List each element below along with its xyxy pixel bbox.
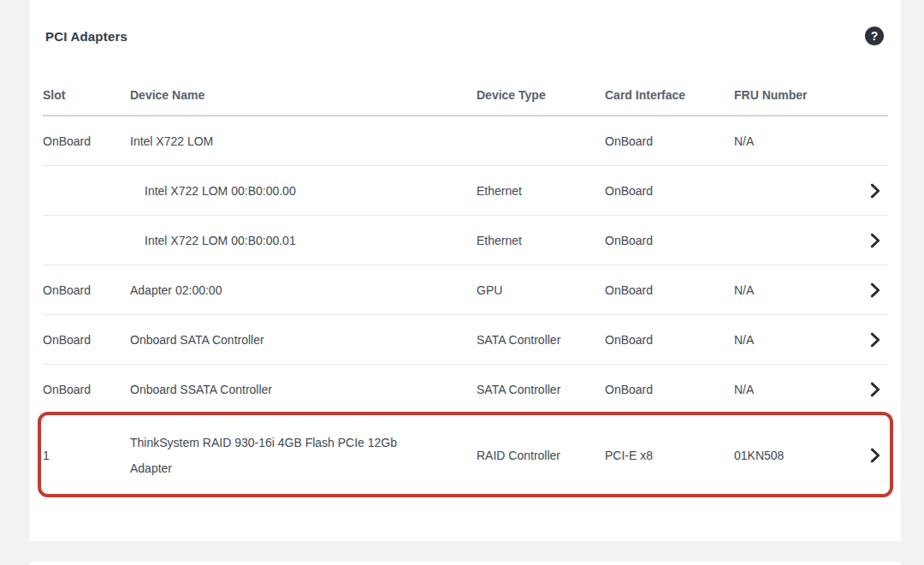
chevron-right-icon[interactable] (866, 181, 885, 200)
cell-slot: OnBoard (43, 283, 130, 297)
cell-slot: OnBoard (43, 383, 130, 396)
column-header-fru-number: FRU Number (734, 88, 847, 102)
cell-device-type: RAID Controller (477, 449, 605, 462)
cell-card-interface: OnBoard (605, 283, 734, 297)
cell-device-name: ThinkSystem RAID 930-16i 4GB Flash PCIe … (130, 430, 477, 481)
next-card-top-edge (30, 562, 901, 565)
cell-slot: OnBoard (43, 333, 130, 347)
cell-card-interface: OnBoard (605, 134, 734, 148)
cell-card-interface: OnBoard (605, 333, 734, 347)
column-header-slot: Slot (43, 88, 130, 102)
cell-card-interface: OnBoard (605, 383, 734, 396)
cell-slot: 1 (43, 449, 130, 462)
cell-fru-number: N/A (734, 333, 847, 347)
table-row[interactable]: Intel X722 LOM 00:B0:00.01 Ethernet OnBo… (43, 216, 888, 265)
cell-device-name: Onboard SSATA Controller (130, 377, 477, 402)
cell-fru-number: 01KN508 (734, 449, 847, 462)
cell-device-type: Ethernet (477, 184, 605, 198)
cell-device-type: Ethernet (477, 234, 605, 247)
table-row[interactable]: 1 ThinkSystem RAID 930-16i 4GB Flash PCI… (43, 414, 888, 497)
cell-device-name: Intel X722 LOM (130, 128, 477, 154)
chevron-right-icon[interactable] (866, 446, 885, 465)
cell-device-name: Intel X722 LOM 00:B0:00.01 (130, 228, 477, 253)
cell-fru-number: N/A (734, 134, 847, 148)
pci-adapters-card: PCI Adapters ? Slot Device Name Device T… (30, 0, 901, 541)
cell-device-type: SATA Controller (477, 333, 605, 347)
table-row[interactable]: OnBoard Onboard SSATA Controller SATA Co… (43, 365, 888, 414)
chevron-right-icon[interactable] (866, 380, 885, 399)
help-icon[interactable]: ? (865, 27, 884, 45)
chevron-right-icon[interactable] (866, 231, 885, 250)
table-header-row: Slot Device Name Device Type Card Interf… (43, 75, 888, 116)
cell-slot: OnBoard (43, 134, 130, 148)
cell-card-interface: PCI-E x8 (605, 449, 734, 462)
table-row[interactable]: OnBoard Adapter 02:00:00 GPU OnBoard N/A (43, 265, 888, 315)
column-header-device-name: Device Name (130, 82, 477, 108)
cell-device-name: Adapter 02:00:00 (130, 277, 477, 303)
cell-device-type: SATA Controller (477, 383, 605, 396)
column-header-device-type: Device Type (477, 88, 605, 102)
table-body: OnBoard Intel X722 LOM OnBoard N/A Intel… (43, 116, 888, 497)
chevron-right-icon[interactable] (866, 281, 885, 300)
cell-card-interface: OnBoard (605, 184, 734, 198)
cell-device-type: GPU (477, 283, 605, 297)
table-row[interactable]: Intel X722 LOM 00:B0:00.00 Ethernet OnBo… (43, 166, 888, 216)
cell-fru-number: N/A (734, 283, 847, 297)
cell-card-interface: OnBoard (605, 234, 734, 247)
page-title: PCI Adapters (45, 29, 127, 44)
chevron-right-icon[interactable] (866, 330, 885, 349)
card-header: PCI Adapters ? (30, 0, 901, 51)
table-row: OnBoard Intel X722 LOM OnBoard N/A (43, 116, 888, 166)
cell-device-name: Intel X722 LOM 00:B0:00.00 (130, 178, 477, 204)
pci-adapters-table: Slot Device Name Device Type Card Interf… (30, 75, 901, 497)
column-header-card-interface: Card Interface (605, 88, 734, 102)
cell-device-name: Onboard SATA Controller (130, 327, 477, 353)
cell-fru-number: N/A (734, 383, 847, 396)
table-row[interactable]: OnBoard Onboard SATA Controller SATA Con… (43, 315, 888, 365)
